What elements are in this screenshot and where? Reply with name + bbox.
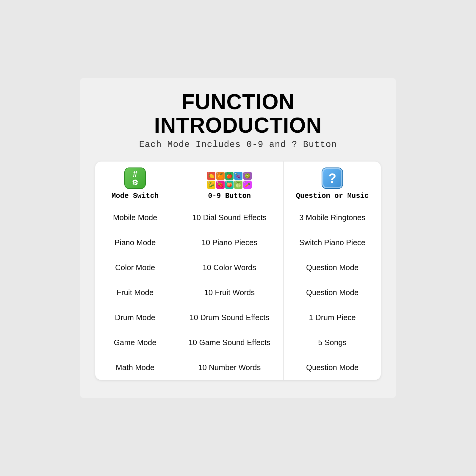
table-header-row: #⚙ Mode Switch 🍋1🍊2🍎3🍇4🥝5🌽6🍓7🍑8🍈9🥕0 0-9 … (95, 162, 381, 205)
question-cell: 1 Drum Piece (284, 305, 381, 330)
button-cell: 10 Number Words (175, 355, 284, 380)
function-table: #⚙ Mode Switch 🍋1🍊2🍎3🍇4🥝5🌽6🍓7🍑8🍈9🥕0 0-9 … (95, 162, 381, 380)
grid-cell-5: 🥝5 (243, 172, 252, 180)
table-body: Mobile Mode10 Dial Sound Effects3 Mobile… (95, 205, 381, 380)
page-container: FUNCTION INTRODUCTION Each Mode Includes… (80, 78, 396, 398)
mode-cell: Piano Mode (95, 230, 175, 255)
grid-cell-8: 🍑8 (225, 181, 234, 189)
grid-cell-number-1: 1 (208, 172, 209, 175)
grid-cell-9: 🍈9 (234, 181, 242, 189)
mode-cell: Color Mode (95, 255, 175, 280)
button-cell: 10 Dial Sound Effects (175, 205, 284, 230)
mode-cell: Fruit Mode (95, 280, 175, 305)
col1-header-label: Mode Switch (98, 192, 172, 200)
col3-header-label: Question or Music (287, 192, 378, 200)
mode-cell: Drum Mode (95, 305, 175, 330)
question-cell: Question Mode (284, 280, 381, 305)
button-cell: 10 Drum Sound Effects (175, 305, 284, 330)
question-symbol: ? (328, 171, 336, 186)
subtitle: Each Mode Includes 0-9 and ? Button (95, 140, 381, 150)
question-icon: ? (322, 167, 343, 189)
table-row: Mobile Mode10 Dial Sound Effects3 Mobile… (95, 205, 381, 230)
button-cell: 10 Piano Pieces (175, 230, 284, 255)
function-table-wrapper: #⚙ Mode Switch 🍋1🍊2🍎3🍇4🥝5🌽6🍓7🍑8🍈9🥕0 0-9 … (95, 162, 381, 380)
table-row: Game Mode10 Game Sound Effects5 Songs (95, 330, 381, 355)
button-grid-icon-container: 🍋1🍊2🍎3🍇4🥝5🌽6🍓7🍑8🍈9🥕0 (178, 172, 281, 189)
header-col1: #⚙ Mode Switch (95, 162, 175, 205)
mode-cell: Game Mode (95, 330, 175, 355)
grid-cell-0: 🥕0 (243, 181, 252, 189)
col2-header-label: 0-9 Button (178, 192, 281, 200)
mode-cell: Math Mode (95, 355, 175, 380)
main-title: FUNCTION INTRODUCTION (95, 90, 381, 137)
grid-cell-number-3: 3 (226, 172, 227, 175)
table-row: Math Mode10 Number WordsQuestion Mode (95, 355, 381, 380)
table-row: Color Mode10 Color WordsQuestion Mode (95, 255, 381, 280)
grid-cell-number-5: 5 (244, 172, 245, 175)
grid-cell-1: 🍋1 (207, 172, 215, 180)
question-cell: Question Mode (284, 355, 381, 380)
table-row: Fruit Mode10 Fruit WordsQuestion Mode (95, 280, 381, 305)
question-cell: 5 Songs (284, 330, 381, 355)
grid-cell-number-8: 8 (226, 181, 227, 184)
mode-switch-icon-container: #⚙ (98, 167, 172, 189)
table-row: Piano Mode10 Piano PiecesSwitch Piano Pi… (95, 230, 381, 255)
grid-cell-number-4: 4 (235, 172, 236, 175)
mode-cell: Mobile Mode (95, 205, 175, 230)
grid-cell-4: 🍇4 (234, 172, 242, 180)
grid-cell-3: 🍎3 (225, 172, 234, 180)
grid-cell-number-6: 6 (208, 181, 209, 184)
table-row: Drum Mode10 Drum Sound Effects1 Drum Pie… (95, 305, 381, 330)
grid-cell-number-0: 0 (244, 181, 245, 184)
grid-cell-number-2: 2 (217, 172, 218, 175)
mode-switch-icon: #⚙ (124, 167, 146, 189)
question-cell: Question Mode (284, 255, 381, 280)
grid-cell-number-7: 7 (217, 181, 218, 184)
question-cell: 3 Mobile Ringtones (284, 205, 381, 230)
grid-cell-7: 🍓7 (216, 181, 225, 189)
button-cell: 10 Fruit Words (175, 280, 284, 305)
grid-cell-number-9: 9 (235, 181, 236, 184)
header-col3: ? Question or Music (284, 162, 381, 205)
grid-cell-2: 🍊2 (216, 172, 225, 180)
button-cell: 10 Game Sound Effects (175, 330, 284, 355)
header-col2: 🍋1🍊2🍎3🍇4🥝5🌽6🍓7🍑8🍈9🥕0 0-9 Button (175, 162, 284, 205)
button-grid-icon: 🍋1🍊2🍎3🍇4🥝5🌽6🍓7🍑8🍈9🥕0 (207, 172, 252, 189)
question-cell: Switch Piano Piece (284, 230, 381, 255)
hash-gear-symbol: #⚙ (132, 170, 138, 187)
question-icon-container: ? (287, 167, 378, 189)
button-cell: 10 Color Words (175, 255, 284, 280)
grid-cell-6: 🌽6 (207, 181, 215, 189)
